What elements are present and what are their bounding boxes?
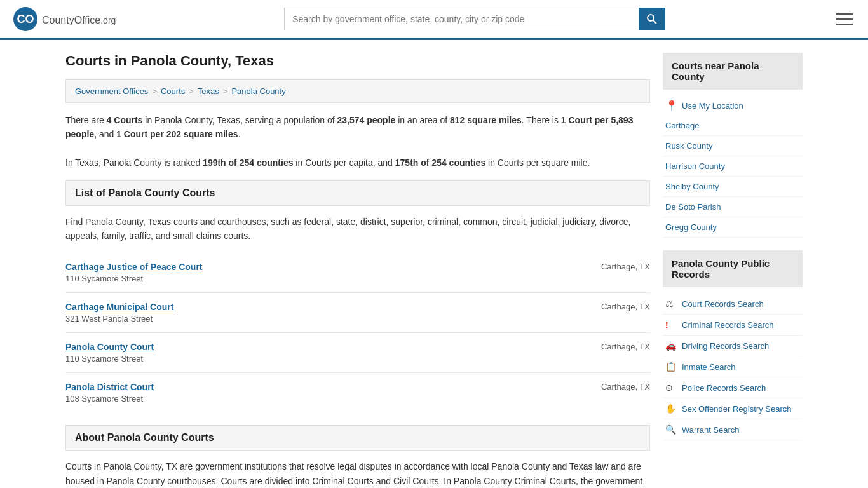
court-address-2: 321 West Panola Street xyxy=(65,314,173,323)
main-container: Courts in Panola County, Texas Governmen… xyxy=(53,40,815,488)
breadcrumb-link-texas[interactable]: Texas xyxy=(198,86,219,96)
court-name-2[interactable]: Carthage Municipal Court xyxy=(65,302,173,312)
court-location-3: Carthage, TX xyxy=(574,342,650,351)
court-address-1: 110 Sycamore Street xyxy=(65,274,203,283)
menu-line-1 xyxy=(836,13,853,15)
nearby-link-harrison-anchor[interactable]: Harrison County xyxy=(665,161,725,171)
nearby-link-carthage: Carthage xyxy=(663,116,803,136)
court-location-1: Carthage, TX xyxy=(574,262,650,271)
pr-police-records: ⊙ Police Records Search xyxy=(663,377,803,398)
police-records-link[interactable]: Police Records Search xyxy=(682,383,766,393)
sidebar-public-records-title: Panola County Public Records xyxy=(663,250,803,287)
court-name-3[interactable]: Panola County Court xyxy=(65,342,154,352)
court-item-3: Panola County Court 110 Sycamore Street … xyxy=(65,333,650,373)
inmate-search-link[interactable]: Inmate Search xyxy=(682,362,736,372)
content-area: Courts in Panola County, Texas Governmen… xyxy=(65,53,650,488)
warrant-search-icon: 🔍 xyxy=(665,424,677,435)
public-records-section: Panola County Public Records ⚖ Court Rec… xyxy=(663,250,803,440)
nearby-link-shelby-anchor[interactable]: Shelby County xyxy=(665,182,719,191)
court-item-2: Carthage Municipal Court 321 West Panola… xyxy=(65,293,650,333)
search-input[interactable] xyxy=(284,8,639,30)
court-records-icon: ⚖ xyxy=(665,299,677,309)
search-button[interactable] xyxy=(639,8,665,30)
nearby-link-rusk-anchor[interactable]: Rusk County xyxy=(665,141,712,151)
court-info-3: Panola County Court 110 Sycamore Street xyxy=(65,342,154,363)
nearby-link-carthage-anchor[interactable]: Carthage xyxy=(665,121,699,130)
logo-text: CountyOffice.org xyxy=(42,12,116,27)
nearby-link-desoto: De Soto Parish xyxy=(663,197,803,217)
logo-icon: CO xyxy=(13,6,38,32)
location-pin-icon: 📍 xyxy=(665,100,678,112)
description-para1: There are 4 Courts in Panola County, Tex… xyxy=(65,113,650,170)
sidebar: Courts near Panola County 📍 Use My Locat… xyxy=(663,53,803,488)
court-info-1: Carthage Justice of Peace Court 110 Syca… xyxy=(65,262,203,283)
about-section-text: Courts in Panola County, TX are governme… xyxy=(65,459,650,488)
nearby-link-gregg: Gregg County xyxy=(663,217,803,238)
use-my-location-link[interactable]: Use My Location xyxy=(682,101,743,111)
nearby-link-shelby: Shelby County xyxy=(663,177,803,197)
sex-offender-link[interactable]: Sex Offender Registry Search xyxy=(682,404,791,414)
pr-sex-offender: ✋ Sex Offender Registry Search xyxy=(663,398,803,419)
nearby-link-gregg-anchor[interactable]: Gregg County xyxy=(665,222,717,232)
menu-line-3 xyxy=(836,24,853,25)
breadcrumb-sep-2: > xyxy=(189,86,194,96)
search-bar xyxy=(284,8,665,30)
svg-text:CO: CO xyxy=(17,13,34,25)
court-name-1[interactable]: Carthage Justice of Peace Court xyxy=(65,262,203,272)
about-section-header: About Panola County Courts xyxy=(65,425,650,451)
breadcrumb-link-panola[interactable]: Panola County xyxy=(231,86,285,96)
courts-list: Carthage Justice of Peace Court 110 Syca… xyxy=(65,253,650,412)
nearby-link-rusk: Rusk County xyxy=(663,136,803,156)
breadcrumb-sep-3: > xyxy=(223,86,228,96)
driving-records-link[interactable]: Driving Records Search xyxy=(682,341,769,351)
svg-point-2 xyxy=(648,15,654,21)
criminal-records-icon: ! xyxy=(665,320,677,330)
breadcrumb-sep-1: > xyxy=(152,86,157,96)
logo[interactable]: CO CountyOffice.org xyxy=(13,6,116,32)
nearby-link-desoto-anchor[interactable]: De Soto Parish xyxy=(665,202,721,212)
court-address-3: 110 Sycamore Street xyxy=(65,354,154,363)
breadcrumb-link-courts[interactable]: Courts xyxy=(161,86,185,96)
list-sub-description: Find Panola County, Texas courts and cou… xyxy=(65,215,650,243)
site-header: CO CountyOffice.org xyxy=(0,0,868,40)
hamburger-menu-button[interactable] xyxy=(834,11,855,28)
court-item-1: Carthage Justice of Peace Court 110 Syca… xyxy=(65,253,650,293)
menu-line-2 xyxy=(836,18,853,20)
court-name-4[interactable]: Panola District Court xyxy=(65,382,154,392)
sidebar-courts-near-title: Courts near Panola County xyxy=(663,53,803,90)
sex-offender-icon: ✋ xyxy=(665,403,677,414)
court-info-2: Carthage Municipal Court 321 West Panola… xyxy=(65,302,173,323)
nearby-link-harrison: Harrison County xyxy=(663,156,803,177)
use-my-location-item[interactable]: 📍 Use My Location xyxy=(663,96,803,116)
court-records-link[interactable]: Court Records Search xyxy=(682,299,764,309)
pr-criminal-records: ! Criminal Records Search xyxy=(663,315,803,336)
court-address-4: 108 Sycamore Street xyxy=(65,394,154,403)
pr-driving-records: 🚗 Driving Records Search xyxy=(663,336,803,356)
list-section-header: List of Panola County Courts xyxy=(65,180,650,206)
pr-court-records: ⚖ Court Records Search xyxy=(663,294,803,315)
pr-warrant-search: 🔍 Warrant Search xyxy=(663,419,803,440)
inmate-search-icon: 📋 xyxy=(665,362,677,372)
court-info-4: Panola District Court 108 Sycamore Stree… xyxy=(65,382,154,403)
svg-line-3 xyxy=(653,20,656,24)
warrant-search-link[interactable]: Warrant Search xyxy=(682,425,740,435)
court-item-4: Panola District Court 108 Sycamore Stree… xyxy=(65,373,650,412)
breadcrumb-link-gov-offices[interactable]: Government Offices xyxy=(75,86,148,96)
pr-inmate-search: 📋 Inmate Search xyxy=(663,356,803,377)
search-icon xyxy=(647,14,657,24)
page-title: Courts in Panola County, Texas xyxy=(65,53,650,69)
police-records-icon: ⊙ xyxy=(665,383,677,393)
driving-records-icon: 🚗 xyxy=(665,341,677,351)
breadcrumb: Government Offices > Courts > Texas > Pa… xyxy=(65,79,650,103)
court-location-2: Carthage, TX xyxy=(574,302,650,311)
criminal-records-link[interactable]: Criminal Records Search xyxy=(682,320,774,330)
nearby-links-list: Carthage Rusk County Harrison County She… xyxy=(663,116,803,238)
court-location-4: Carthage, TX xyxy=(574,382,650,391)
